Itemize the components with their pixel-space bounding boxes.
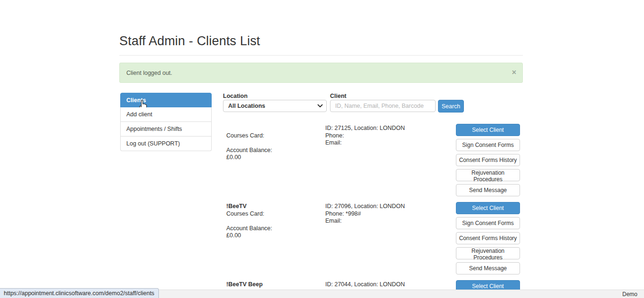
client-actions-column: Select Client Sign Consent Forms Consent… bbox=[456, 202, 520, 277]
sidebar-item-label: Log out (SUPPORT) bbox=[126, 140, 180, 147]
select-client-button[interactable]: Select Client bbox=[456, 202, 520, 214]
client-id-location: ID: 27125, Location: LONDON bbox=[325, 125, 453, 132]
client-contact-column: ID: 27096, Location: LONDON Phone: *998#… bbox=[325, 203, 453, 225]
client-id-location: ID: 27044, Location: LONDON bbox=[325, 281, 453, 289]
client-phone: Phone: bbox=[325, 132, 453, 140]
search-button[interactable]: Search bbox=[438, 100, 464, 113]
sidebar-item-label: Add client bbox=[126, 111, 152, 118]
client-row-1: Courses Card: Account Balance: £0.00 ID:… bbox=[226, 124, 523, 199]
sidebar-item-label: Appointments / Shifts bbox=[126, 126, 182, 132]
spacer-line bbox=[226, 217, 321, 225]
courses-card-label: Courses Card: bbox=[226, 210, 321, 218]
client-label: Client bbox=[330, 93, 347, 99]
account-balance-label: Account Balance: bbox=[226, 225, 321, 233]
client-name: !BeeTV Beep bbox=[226, 281, 321, 289]
status-url: https://appointment.clinicsoftware.com/d… bbox=[4, 290, 154, 297]
close-icon[interactable]: × bbox=[512, 68, 516, 77]
rejuvenation-procedures-button[interactable]: Rejuvenation Procedures bbox=[456, 247, 520, 259]
consent-forms-history-button[interactable]: Consent Forms History bbox=[456, 232, 520, 244]
rejuvenation-procedures-button[interactable]: Rejuvenation Procedures bbox=[456, 169, 520, 181]
client-name: !BeeTV bbox=[226, 203, 321, 210]
client-info-column: Courses Card: Account Balance: £0.00 bbox=[226, 125, 321, 161]
client-search-input[interactable] bbox=[330, 100, 436, 112]
alert-success: Client logged out. × bbox=[119, 63, 523, 83]
client-email: Email: bbox=[325, 217, 453, 225]
location-select[interactable]: All Locations bbox=[223, 100, 327, 112]
page-title: Staff Admin - Clients List bbox=[119, 34, 260, 48]
select-client-button[interactable]: Select Client bbox=[456, 124, 520, 136]
sidebar-item-clients[interactable]: Clients bbox=[120, 93, 212, 107]
client-email: Email: bbox=[325, 139, 453, 147]
status-url-bubble: https://appointment.clinicsoftware.com/d… bbox=[0, 288, 159, 298]
location-select-wrap: All Locations bbox=[223, 100, 327, 112]
client-info-column: !BeeTV Courses Card: Account Balance: £0… bbox=[226, 203, 321, 240]
sidebar-item-logout[interactable]: Log out (SUPPORT) bbox=[120, 137, 212, 151]
demo-label: Demo bbox=[622, 291, 637, 298]
header-divider bbox=[119, 55, 523, 56]
client-contact-column: ID: 27125, Location: LONDON Phone: Email… bbox=[325, 125, 453, 147]
location-label: Location bbox=[223, 93, 248, 99]
alert-message: Client logged out. bbox=[126, 70, 172, 76]
sign-consent-forms-button[interactable]: Sign Consent Forms bbox=[456, 139, 520, 151]
consent-forms-history-button[interactable]: Consent Forms History bbox=[456, 154, 520, 166]
client-row-2: !BeeTV Courses Card: Account Balance: £0… bbox=[226, 202, 523, 277]
client-name bbox=[226, 125, 321, 132]
client-phone: Phone: *998# bbox=[325, 210, 453, 218]
sidebar-item-appointments-shifts[interactable]: Appointments / Shifts bbox=[120, 122, 212, 137]
courses-card-label: Courses Card: bbox=[226, 132, 321, 140]
send-message-button[interactable]: Send Message bbox=[456, 262, 520, 274]
client-id-location: ID: 27096, Location: LONDON bbox=[325, 203, 453, 210]
client-contact-column: ID: 27044, Location: LONDON bbox=[325, 281, 453, 289]
account-balance-value: £0.00 bbox=[226, 154, 321, 161]
sidebar-item-add-client[interactable]: Add client bbox=[120, 107, 212, 122]
sidebar-menu: Clients Add client Appointments / Shifts… bbox=[120, 93, 212, 151]
client-actions-column: Select Client Sign Consent Forms Consent… bbox=[456, 124, 520, 199]
sign-consent-forms-button[interactable]: Sign Consent Forms bbox=[456, 217, 520, 229]
account-balance-label: Account Balance: bbox=[226, 147, 321, 154]
account-balance-value: £0.00 bbox=[226, 232, 321, 240]
send-message-button[interactable]: Send Message bbox=[456, 184, 520, 196]
spacer-line bbox=[226, 139, 321, 147]
